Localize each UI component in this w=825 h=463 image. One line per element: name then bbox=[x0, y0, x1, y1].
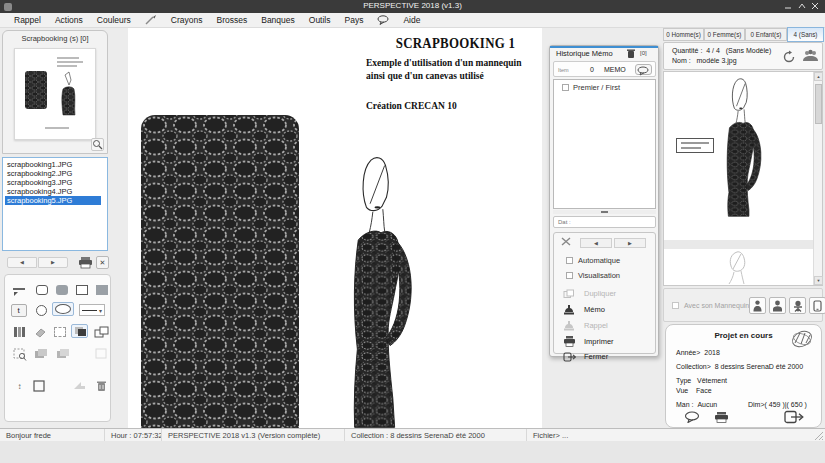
project-print-button[interactable] bbox=[714, 412, 729, 423]
tab-enfants[interactable]: 0 Enfant(s) bbox=[745, 28, 787, 41]
head-silhouette-button[interactable] bbox=[789, 297, 806, 314]
model-list-scrollbar[interactable]: ▲ ▼ bbox=[813, 72, 822, 285]
trash-tool[interactable] bbox=[93, 379, 110, 393]
rounded-rect-filled-tool[interactable] bbox=[53, 283, 70, 297]
eraser-tool[interactable] bbox=[31, 325, 48, 339]
minimize-button[interactable] bbox=[784, 2, 795, 11]
memo-button[interactable]: Mémo bbox=[562, 303, 652, 316]
model-image-list[interactable]: ▲ ▼ bbox=[663, 71, 823, 286]
model-info-box: Quantité : 4 / 4 (Sans Modèle) Nom : mod… bbox=[663, 42, 823, 70]
bust-silhouette-button[interactable] bbox=[769, 297, 786, 314]
canvas-mannequin-sketch[interactable] bbox=[331, 154, 431, 428]
exit-icon bbox=[562, 352, 576, 362]
fermer-button[interactable]: Fermer bbox=[562, 350, 652, 363]
image-paste-tool[interactable] bbox=[55, 347, 72, 361]
memo-history-list[interactable]: Premier / First bbox=[553, 79, 656, 209]
tab-sans[interactable]: 4 (Sans) bbox=[787, 27, 824, 42]
refresh-button[interactable] bbox=[782, 50, 796, 64]
memo-list-item[interactable]: Premier / First bbox=[554, 80, 655, 92]
project-dim-row: Dim>( 459 )|( 650 ) bbox=[748, 401, 807, 408]
with-mannequin-checkbox-row[interactable]: Avec son Mannequin bbox=[672, 302, 749, 309]
file-item[interactable]: scrapbooking3.JPG bbox=[5, 178, 107, 187]
file-item[interactable]: scrapbooking1.JPG bbox=[5, 160, 107, 169]
menu-outils[interactable]: Outils bbox=[309, 15, 331, 25]
group-button[interactable] bbox=[802, 49, 819, 63]
memo-date-field[interactable]: Dat : bbox=[553, 216, 656, 228]
ellipse-tool-selected[interactable] bbox=[52, 302, 74, 316]
zoom-select-tool[interactable] bbox=[11, 347, 28, 361]
project-year-value: 2018 bbox=[704, 349, 720, 356]
file-item-selected[interactable]: scrapbooking5.JPG bbox=[5, 196, 101, 205]
magnifier-button[interactable] bbox=[91, 138, 104, 151]
memo-trash-count: [0] bbox=[640, 50, 647, 56]
menu-actions[interactable]: Actions bbox=[55, 15, 83, 25]
rect-filled-tool[interactable] bbox=[93, 283, 110, 297]
dupliquer-button[interactable]: Dupliquer bbox=[562, 287, 652, 300]
memo-item-checkbox[interactable] bbox=[562, 84, 569, 91]
menu-couleurs[interactable]: Couleurs bbox=[97, 15, 131, 25]
memo-item-count: 0 bbox=[590, 66, 594, 73]
menu-crayons[interactable]: Crayons bbox=[171, 15, 203, 25]
automatic-checkbox[interactable] bbox=[566, 257, 573, 264]
canvas-texture-swatch[interactable] bbox=[140, 114, 300, 430]
print-button[interactable] bbox=[78, 256, 93, 269]
circle-tool[interactable] bbox=[33, 303, 50, 317]
scroll-up-button[interactable]: ▲ bbox=[814, 72, 823, 81]
tab-femmes[interactable]: 0 Femme(s) bbox=[704, 28, 745, 41]
imprimer-button[interactable]: Imprimer bbox=[562, 335, 652, 348]
man-silhouette-button[interactable] bbox=[749, 297, 766, 314]
rounded-rect-tool[interactable] bbox=[33, 283, 50, 297]
resize-grip[interactable] bbox=[814, 431, 824, 441]
memo-hscrollbar[interactable] bbox=[553, 210, 656, 214]
visualisation-checkbox[interactable] bbox=[566, 272, 573, 279]
project-man-value: Aucun bbox=[697, 401, 717, 408]
scrollbar-thumb[interactable] bbox=[815, 84, 822, 124]
image-copy-tool[interactable] bbox=[33, 347, 50, 361]
project-exit-button[interactable] bbox=[784, 410, 804, 424]
previous-button[interactable]: ◀ bbox=[7, 257, 37, 268]
model-sketch-large[interactable] bbox=[694, 77, 792, 239]
close-button[interactable] bbox=[811, 2, 822, 11]
maximize-button[interactable] bbox=[798, 2, 809, 11]
project-speech-button[interactable] bbox=[684, 411, 700, 423]
selection-rect-tool[interactable] bbox=[51, 325, 68, 339]
close-panel-button[interactable]: ✕ bbox=[96, 256, 109, 269]
menu-banques[interactable]: Banques bbox=[261, 15, 295, 25]
speech-bubble-icon[interactable] bbox=[377, 15, 389, 25]
scroll-down-button[interactable]: ▼ bbox=[814, 276, 823, 285]
file-item[interactable]: scrapbooking4.JPG bbox=[5, 187, 107, 196]
next-button[interactable]: ▶ bbox=[38, 257, 68, 268]
document-canvas[interactable]: SCRAPBOOKING 1 Exemple d'utilisation d'u… bbox=[128, 28, 542, 428]
tablet-button[interactable] bbox=[809, 297, 825, 314]
menu-brosses[interactable]: Brosses bbox=[217, 15, 248, 25]
vertical-resize-tool[interactable]: ↕ bbox=[11, 379, 28, 393]
memo-tab[interactable]: Historique Mémo bbox=[556, 49, 613, 58]
frame-tool-disabled bbox=[93, 347, 110, 361]
line-tool[interactable] bbox=[11, 283, 28, 297]
scrapbooking-file-list[interactable]: scrapbooking1.JPG scrapbooking2.JPG scra… bbox=[2, 157, 108, 251]
memo-speech-button[interactable] bbox=[635, 64, 652, 75]
model-sketch-partial[interactable] bbox=[719, 250, 759, 284]
file-item[interactable]: scrapbooking2.JPG bbox=[5, 169, 107, 178]
with-mannequin-checkbox[interactable] bbox=[672, 302, 679, 309]
menu-pays[interactable]: Pays bbox=[345, 15, 364, 25]
brush-icon[interactable] bbox=[145, 15, 157, 25]
automatic-checkbox-row[interactable]: Automatique bbox=[566, 256, 620, 265]
text-tool[interactable]: t bbox=[10, 303, 27, 317]
rappel-button[interactable]: Rappel bbox=[562, 319, 652, 332]
arrange-tool[interactable] bbox=[93, 325, 110, 339]
crop-frame-tool[interactable] bbox=[31, 379, 48, 393]
pattern-list-tool[interactable] bbox=[11, 325, 28, 339]
memo-delete-icon[interactable] bbox=[561, 237, 571, 246]
memo-next-button[interactable]: ▶ bbox=[614, 238, 646, 248]
memo-trash-button[interactable] bbox=[626, 48, 636, 59]
copy-stack-tool-selected[interactable] bbox=[71, 324, 88, 338]
menu-aide[interactable]: Aide bbox=[403, 15, 420, 25]
menu-rappel[interactable]: Rappel bbox=[14, 15, 41, 25]
visualisation-checkbox-row[interactable]: Visualisation bbox=[566, 271, 620, 280]
people-group-icon bbox=[802, 49, 819, 63]
tab-hommes[interactable]: 0 Homme(s) bbox=[663, 28, 704, 41]
rect-tool[interactable] bbox=[73, 283, 90, 297]
line-style-dropdown[interactable]: ▾ bbox=[77, 303, 107, 317]
memo-prev-button[interactable]: ◀ bbox=[580, 238, 612, 248]
